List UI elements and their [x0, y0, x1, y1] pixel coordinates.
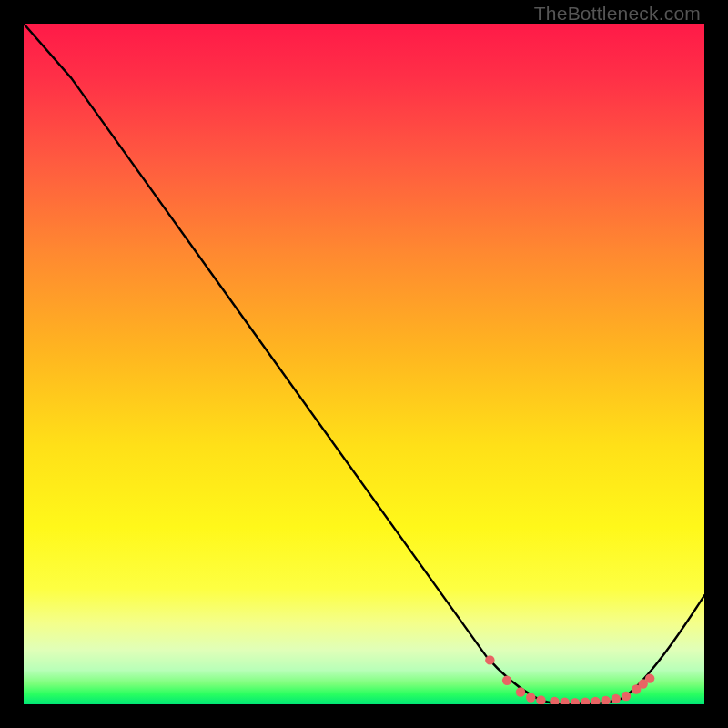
chart-background-gradient [24, 24, 704, 704]
chart-frame [24, 24, 704, 704]
watermark-text: TheBottleneck.com [534, 3, 701, 25]
